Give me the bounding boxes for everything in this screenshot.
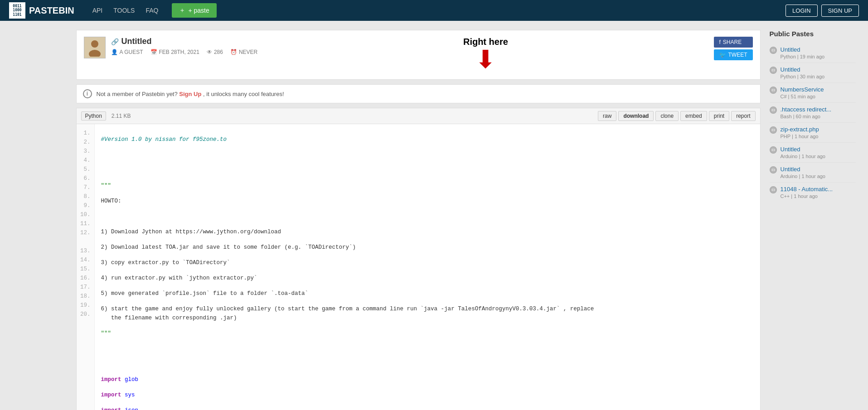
- paste-item-name: Untitled: [781, 66, 856, 73]
- code-line-10: 4) run extractor.py with `jython extract…: [101, 274, 754, 283]
- code-line-6: [101, 212, 754, 221]
- nav-right: LOGIN SIGN UP: [786, 5, 859, 17]
- code-line-17: import sys: [101, 391, 754, 400]
- embed-button[interactable]: embed: [680, 111, 707, 121]
- clock-icon: ⏰: [230, 49, 237, 55]
- globe-icon: [770, 146, 777, 154]
- code-line-4: """: [101, 181, 754, 190]
- code-line-15: [101, 360, 754, 369]
- file-size: 2.11 KB: [112, 113, 131, 119]
- brand-logo: 0011 1000 1101: [9, 2, 25, 19]
- download-button[interactable]: download: [618, 111, 654, 121]
- paste-item-info: NumbersService C# | 51 min ago: [781, 86, 856, 99]
- code-line-3: [101, 166, 754, 175]
- code-lines: #Version 1.0 by nissan for f95zone.to ""…: [95, 124, 760, 410]
- views-info: 👁 286: [207, 49, 223, 55]
- globe-icon: [770, 47, 777, 54]
- paste-title: 🔗 Untitled: [111, 37, 258, 46]
- code-line-16: import glob: [101, 375, 754, 384]
- raw-button[interactable]: raw: [598, 111, 616, 121]
- report-button[interactable]: report: [731, 111, 755, 121]
- facebook-share-button[interactable]: f SHARE: [714, 37, 753, 48]
- paste-meta-row: 👤 A GUEST 📅 FEB 28TH, 2021 👁 286 ⏰: [111, 49, 258, 55]
- code-line-5: HOWTO:: [101, 197, 754, 206]
- guest-message: Not a member of Pastebin yet? Sign Up , …: [97, 91, 284, 97]
- facebook-icon: f: [719, 39, 721, 45]
- sidebar-paste-item[interactable]: Untitled Python | 30 min ago: [770, 63, 856, 83]
- sidebar-paste-item[interactable]: NumbersService C# | 51 min ago: [770, 83, 856, 103]
- sidebar-paste-item[interactable]: .htaccess redirect... Bash | 60 min ago: [770, 103, 856, 123]
- paste-item-info: zip-extract.php PHP | 1 hour ago: [781, 126, 856, 139]
- globe-icon: [770, 106, 777, 114]
- code-line-9: 3) copy extractor.py to `TOADirectory`: [101, 258, 754, 267]
- new-paste-button[interactable]: ＋ + paste: [172, 3, 216, 18]
- nav-tools[interactable]: TOOLS: [113, 7, 135, 14]
- print-button[interactable]: print: [709, 111, 729, 121]
- paste-item-info: 11048 - Automatic... C++ | 1 hour ago: [781, 186, 856, 199]
- code-line-8: 2) Download latest TOA.jar and save it t…: [101, 243, 754, 252]
- paste-item-meta: PHP | 1 hour ago: [781, 134, 856, 139]
- signup-button[interactable]: SIGN UP: [821, 5, 859, 17]
- sidebar: Public Pastes Untitled Python | 19 min a…: [770, 30, 856, 410]
- globe-icon: [770, 87, 777, 94]
- calendar-icon: 📅: [150, 49, 157, 55]
- twitter-tweet-button[interactable]: 🐦 TWEET: [714, 49, 753, 60]
- user-icon: 👤: [111, 49, 118, 55]
- code-actions: raw download clone embed print report: [598, 111, 755, 121]
- paste-item-meta: Python | 30 min ago: [781, 74, 856, 79]
- signup-link[interactable]: Sign Up: [179, 91, 201, 97]
- code-line-14: [101, 344, 754, 353]
- paste-item-name: Untitled: [781, 166, 856, 173]
- expiry-info: ⏰ NEVER: [230, 49, 257, 55]
- code-body: 1.2.3.4.5. 6.7.8.9.10. 11.12. 13.14. 15.…: [77, 124, 760, 410]
- info-icon: i: [83, 89, 92, 98]
- plus-icon: ＋: [179, 6, 185, 14]
- nav-api[interactable]: API: [92, 7, 103, 14]
- svg-point-1: [89, 50, 101, 57]
- nav-links: API TOOLS FAQ: [92, 7, 159, 14]
- globe-icon: [770, 67, 777, 74]
- author-info: 👤 A GUEST: [111, 49, 143, 55]
- paste-item-meta: C++ | 1 hour ago: [781, 193, 856, 199]
- nav-faq[interactable]: FAQ: [145, 7, 158, 14]
- paste-item-meta: C# | 51 min ago: [781, 94, 856, 99]
- paste-item-meta: Python | 19 min ago: [781, 54, 856, 59]
- login-button[interactable]: LOGIN: [786, 5, 817, 17]
- code-line-12: 6) start the game and enjoy fully unlock…: [101, 304, 754, 323]
- paste-item-meta: Arduino | 1 hour ago: [781, 174, 856, 179]
- svg-point-0: [91, 40, 98, 48]
- paste-item-name: Untitled: [781, 146, 856, 153]
- paste-item-name: .htaccess redirect...: [781, 106, 856, 113]
- paste-item-name: Untitled: [781, 46, 856, 53]
- paste-item-info: Untitled Python | 30 min ago: [781, 66, 856, 79]
- code-line-13: """: [101, 329, 754, 338]
- navbar: 0011 1000 1101 PASTEBIN API TOOLS FAQ ＋ …: [0, 0, 868, 21]
- paste-header: 🔗 Untitled 👤 A GUEST 📅 FEB 28TH, 2021: [76, 30, 761, 80]
- code-line-18: import json: [101, 406, 754, 410]
- twitter-icon: 🐦: [719, 52, 726, 58]
- paste-item-meta: Arduino | 1 hour ago: [781, 154, 856, 159]
- sidebar-title: Public Pastes: [770, 30, 856, 38]
- clone-button[interactable]: clone: [655, 111, 679, 121]
- globe-icon: [770, 186, 777, 193]
- code-line-2: [101, 150, 754, 159]
- sidebar-paste-item[interactable]: 11048 - Automatic... C++ | 1 hour ago: [770, 183, 856, 202]
- sidebar-paste-item[interactable]: zip-extract.php PHP | 1 hour ago: [770, 123, 856, 143]
- paste-item-info: Untitled Python | 19 min ago: [781, 46, 856, 59]
- sidebar-paste-item[interactable]: Untitled Arduino | 1 hour ago: [770, 163, 856, 183]
- sidebar-paste-item[interactable]: Untitled Arduino | 1 hour ago: [770, 143, 856, 163]
- annotation-arrow: ⬇: [276, 47, 695, 72]
- globe-icon: [770, 166, 777, 174]
- sidebar-paste-item[interactable]: Untitled Python | 19 min ago: [770, 43, 856, 63]
- code-line-11: 5) move generated `profile.json` file to…: [101, 289, 754, 298]
- brand-logo-link[interactable]: 0011 1000 1101 PASTEBIN: [9, 2, 74, 19]
- date-info: 📅 FEB 28TH, 2021: [150, 49, 199, 55]
- code-toolbar: Python 2.11 KB raw download clone embed …: [77, 108, 760, 124]
- line-numbers: 1.2.3.4.5. 6.7.8.9.10. 11.12. 13.14. 15.…: [77, 124, 95, 410]
- paste-item-name: 11048 - Automatic...: [781, 186, 856, 193]
- paste-item-info: .htaccess redirect... Bash | 60 min ago: [781, 106, 856, 119]
- paste-social-buttons: f SHARE 🐦 TWEET: [714, 37, 753, 60]
- link-icon: 🔗: [111, 38, 119, 45]
- guest-banner: i Not a member of Pastebin yet? Sign Up …: [76, 84, 761, 103]
- paste-meta: 🔗 Untitled 👤 A GUEST 📅 FEB 28TH, 2021: [111, 37, 258, 55]
